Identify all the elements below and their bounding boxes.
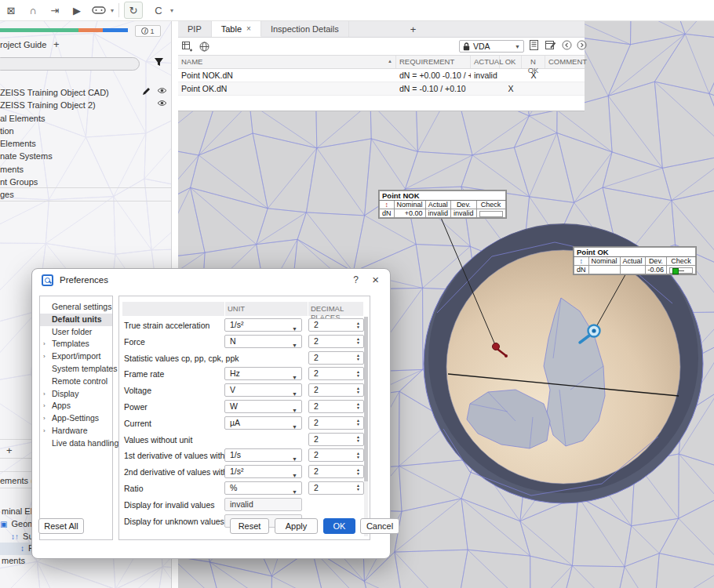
- decimal-places-stepper[interactable]: 2 ▲▼: [308, 367, 364, 380]
- spinner-icons[interactable]: ▲▼: [356, 484, 360, 492]
- dialog-nav-item[interactable]: › Apps: [40, 400, 112, 412]
- gamepad-caret-icon[interactable]: ▾: [111, 7, 114, 14]
- expand-arrow-icon[interactable]: ›: [43, 412, 46, 425]
- dialog-nav-item[interactable]: › Hardware: [40, 425, 112, 437]
- decimal-places-stepper[interactable]: 2 ▲▼: [308, 416, 364, 430]
- dialog-nav-item[interactable]: System templates: [40, 363, 112, 376]
- decimal-places-stepper[interactable]: 2 ▲▼: [308, 465, 364, 478]
- unit-dropdown[interactable]: N ▼: [224, 335, 302, 348]
- column-requirement[interactable]: REQUIREMENT: [396, 56, 471, 68]
- column-comment[interactable]: COMMENT: [545, 56, 585, 68]
- report-icon[interactable]: [530, 40, 544, 50]
- expand-arrow-icon[interactable]: ›: [43, 388, 46, 401]
- tab-pip[interactable]: PIP: [178, 21, 212, 37]
- decimal-places-stepper[interactable]: 2 ▲▼: [308, 335, 364, 348]
- spinner-icons[interactable]: ▲▼: [356, 419, 360, 426]
- spinner-icons[interactable]: ▲▼: [356, 435, 360, 443]
- tree-item[interactable]: tion: [0, 125, 172, 137]
- unit-dropdown[interactable]: 1/s² ▼: [224, 465, 302, 478]
- decimal-places-stepper[interactable]: 2 ▲▼: [308, 448, 364, 462]
- tree-item[interactable]: ZEISS Training Object 2): [0, 99, 172, 111]
- expand-arrow-icon[interactable]: ›: [43, 400, 46, 412]
- expand-arrow-icon[interactable]: ›: [43, 338, 46, 350]
- tree-item[interactable]: nt Groups: [0, 176, 172, 188]
- text-field[interactable]: invalid: [224, 498, 302, 511]
- dialog-nav-item[interactable]: Default units: [40, 314, 112, 326]
- refresh-icon[interactable]: ↻: [124, 2, 143, 19]
- reset-all-button[interactable]: Reset All: [38, 518, 84, 534]
- dialog-titlebar[interactable]: Preferences ? ×: [32, 269, 390, 291]
- dialog-nav-item[interactable]: User folder: [40, 326, 112, 339]
- tree-item[interactable]: ges: [0, 188, 172, 201]
- column-actual[interactable]: ACTUAL: [471, 56, 500, 68]
- decimal-places-stepper[interactable]: 2 ▲▼: [308, 351, 364, 365]
- decimal-places-stepper[interactable]: 2 ▲▼: [308, 481, 364, 495]
- template-selector[interactable]: VDA ▼: [459, 40, 524, 53]
- ok-button[interactable]: OK: [323, 518, 355, 534]
- apply-button[interactable]: Apply: [275, 518, 318, 534]
- spinner-icons[interactable]: ▲▼: [356, 452, 360, 459]
- visibility-icon[interactable]: [157, 100, 167, 107]
- decimal-places-stepper[interactable]: 2 ▲▼: [308, 433, 364, 446]
- table-row[interactable]: Point NOK.dN dN = +0.00 -0.10 / +0.10 in…: [178, 69, 585, 82]
- dialog-nav-item[interactable]: › Templates: [40, 338, 112, 350]
- play-icon[interactable]: ▶: [66, 2, 88, 19]
- point-ok-label[interactable]: Point OK ↕ Nominal Actual Dev. Check dN …: [574, 247, 696, 274]
- column-name[interactable]: NAME▲: [178, 56, 396, 68]
- scrollbar-thumb[interactable]: [364, 317, 368, 481]
- close-icon[interactable]: ×: [372, 273, 379, 286]
- visibility-icon[interactable]: [157, 87, 167, 96]
- rotate-icon[interactable]: C: [148, 2, 169, 19]
- table-header-row[interactable]: NAME▲ REQUIREMENT ACTUAL OK N OK COMMENT: [178, 55, 585, 69]
- curve-icon[interactable]: ∩: [22, 2, 44, 19]
- info-badge[interactable]: i 1: [135, 25, 161, 37]
- unit-dropdown[interactable]: 1/s ▼: [224, 448, 302, 462]
- spinner-icons[interactable]: ▲▼: [356, 354, 360, 361]
- spinner-icons[interactable]: ▲▼: [356, 387, 360, 394]
- tab-inspection-details[interactable]: Inspection Details: [261, 21, 349, 37]
- rotate-caret-icon[interactable]: ▾: [170, 7, 173, 14]
- point-nok-label[interactable]: Point NOK ↕ Nominal Actual Dev. Check dN…: [379, 191, 506, 218]
- unit-dropdown[interactable]: Hz ▼: [224, 367, 302, 380]
- expand-arrow-icon[interactable]: ›: [43, 425, 46, 437]
- filter-icon[interactable]: [154, 57, 165, 68]
- dialog-nav-item[interactable]: Remote control: [40, 376, 112, 388]
- globe-icon[interactable]: [195, 42, 213, 52]
- spinner-icons[interactable]: ▲▼: [356, 321, 360, 329]
- table-row[interactable]: Point OK.dN dN = -0.10 / +0.10 X: [178, 82, 585, 96]
- unit-dropdown[interactable]: µA ▼: [224, 416, 302, 430]
- dialog-nav-item[interactable]: › App-Settings: [40, 412, 112, 425]
- prev-stage-icon[interactable]: [562, 40, 576, 50]
- gamepad-icon[interactable]: [88, 2, 110, 19]
- dialog-nav-item[interactable]: › Display: [40, 388, 112, 401]
- tree-item[interactable]: ZEISS Training Object CAD): [0, 86, 172, 99]
- tab-table[interactable]: Table×: [212, 21, 261, 37]
- tree-item[interactable]: al Elements: [0, 112, 172, 125]
- edit-icon[interactable]: [142, 87, 151, 96]
- unit-dropdown[interactable]: % ▼: [224, 481, 302, 495]
- add-table-icon[interactable]: [178, 42, 195, 52]
- unit-dropdown[interactable]: 1/s² ▼: [224, 318, 302, 332]
- new-tab-button[interactable]: +: [53, 38, 60, 50]
- tree-item[interactable]: Elements: [0, 137, 172, 150]
- spinner-icons[interactable]: ▲▼: [356, 468, 360, 476]
- tab-project-guide[interactable]: roject Guide: [0, 40, 46, 49]
- dialog-nav-item[interactable]: General settings: [40, 301, 112, 314]
- column-nok[interactable]: N OK: [522, 56, 545, 68]
- decimal-places-stepper[interactable]: 2 ▲▼: [308, 318, 364, 332]
- search-input[interactable]: [0, 57, 140, 71]
- package-icon[interactable]: ⊠: [0, 2, 22, 19]
- spinner-icons[interactable]: ▲▼: [356, 370, 360, 378]
- edit-table-icon[interactable]: [545, 40, 559, 50]
- scrollbar[interactable]: [364, 317, 368, 536]
- dialog-nav-item[interactable]: Live data handling: [40, 437, 112, 450]
- cancel-button[interactable]: Cancel: [360, 518, 399, 534]
- import-icon[interactable]: ⇥: [44, 2, 66, 19]
- spinner-icons[interactable]: ▲▼: [356, 402, 360, 410]
- tree-item[interactable]: ments: [0, 163, 172, 176]
- close-icon[interactable]: ×: [246, 24, 251, 33]
- reset-button[interactable]: Reset: [230, 518, 269, 534]
- unit-dropdown[interactable]: W ▼: [224, 400, 302, 413]
- dialog-nav-item[interactable]: › Export/import: [40, 350, 112, 363]
- help-button[interactable]: ?: [353, 274, 359, 285]
